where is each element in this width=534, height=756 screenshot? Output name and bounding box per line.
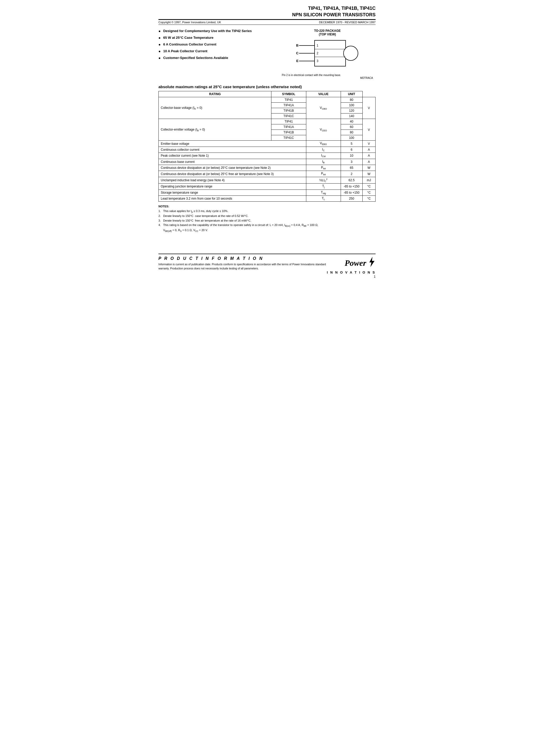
revised-text: DECEMBER 1970 - REVISED MARCH 1997 <box>319 21 376 24</box>
page-number: 1 <box>374 275 376 279</box>
notes-title: NOTES: <box>158 205 169 208</box>
svg-text:3: 3 <box>317 59 318 63</box>
col-symbol: SYMBOL <box>271 91 306 97</box>
package-svg: B 1 C 2 E 3 <box>294 38 361 71</box>
svg-point-1 <box>343 46 358 61</box>
product-info-title: P R O D U C T I N F O R M A T I O N <box>158 256 327 261</box>
svg-text:B: B <box>296 43 298 47</box>
feature-item-4: 10 A Peak Collector Current <box>158 49 274 53</box>
feature-item-1: Designed for Complementary Use with the … <box>158 29 274 33</box>
note-2: 2. Derate linearly to 150°C case tempera… <box>158 214 376 219</box>
header-right: TIP41, TIP41A, TIP41B, TIP41C NPN SILICO… <box>158 5 376 18</box>
rating-vcbo: Collector-base voltage (IE = 0) <box>159 97 271 119</box>
table-row: Continuous device dissipation at (or bel… <box>159 165 376 171</box>
table-row: Operating junction temperature range Tj … <box>159 184 376 190</box>
col-value: VALUE <box>306 91 341 97</box>
feature-item-3: 6 A Continuous Collector Current <box>158 42 274 46</box>
note-4: 4. This rating is based on the capabilit… <box>158 223 376 233</box>
table-row: Unclamped inductive load energy (see Not… <box>159 177 376 183</box>
lightning-bolt-icon <box>367 256 376 270</box>
svg-text:2: 2 <box>317 51 318 55</box>
rating-vceo: Collector-emitter voltage (IB = 0) <box>159 119 271 141</box>
table-row: Collector-emitter voltage (IB = 0) TIP41… <box>159 119 376 124</box>
logo-innovations-text: I N N O V A T I O N S <box>327 270 376 274</box>
note-1: 1. This value applies for tp ≤ 0.3 ms, d… <box>158 209 376 214</box>
feature-item-2: 65 W at 25°C Case Temperature <box>158 36 274 40</box>
table-row: Emitter-base voltage VEBO 5 V <box>159 141 376 147</box>
copyright-bar: Copyright © 1997, Power Innovations Limi… <box>158 19 376 25</box>
table-row: Collector-base voltage (IE = 0) TIP41 VC… <box>159 97 376 103</box>
table-row: Peak collector current (see Note 1) ICM … <box>159 153 376 159</box>
svg-marker-13 <box>369 257 375 267</box>
svg-text:E: E <box>296 59 299 63</box>
ratings-section-title: absolute maximum ratings at 25°C case te… <box>158 85 376 89</box>
feature-item-5: Customer-Specified Selections Available <box>158 56 274 60</box>
svg-text:C: C <box>296 51 299 55</box>
ratings-table: RATING SYMBOL VALUE UNIT Collector-base … <box>158 91 376 202</box>
table-row: Continuous base current IB 3 A <box>159 159 376 165</box>
title-line2: NPN SILICON POWER TRANSISTORS <box>158 12 376 18</box>
notes-section: NOTES: 1. This value applies for tp ≤ 0.… <box>158 204 376 233</box>
package-title: TO-220 PACKAGE (TOP VIEW) <box>279 29 376 36</box>
table-row: Continuous collector current IC 6 A <box>159 147 376 152</box>
footer-bar: P R O D U C T I N F O R M A T I O N Info… <box>158 254 376 274</box>
svg-rect-0 <box>314 40 346 66</box>
product-info-left: P R O D U C T I N F O R M A T I O N Info… <box>158 256 327 271</box>
copyright-text: Copyright © 1997, Power Innovations Limi… <box>158 21 221 24</box>
svg-text:1: 1 <box>317 44 318 47</box>
note-3: 3. Derate linearly to 150°C free air tem… <box>158 219 376 223</box>
table-row: Lead temperature 3.2 mm from case for 10… <box>159 196 376 202</box>
title-line1: TIP41, TIP41A, TIP41B, TIP41C <box>158 5 376 12</box>
col-rating: RATING <box>159 91 271 97</box>
pin-note: Pin 2 is in electrical contact with the … <box>279 74 376 76</box>
table-row: Storage temperature range Tstg -65 to +1… <box>159 190 376 196</box>
table-row: Continuous device dissipation at (or bel… <box>159 171 376 177</box>
product-info-text: Information is current as of publication… <box>158 262 327 271</box>
package-diagram: TO-220 PACKAGE (TOP VIEW) B 1 C 2 E 3 Pi… <box>279 29 376 79</box>
logo-power-text: Power <box>345 258 366 268</box>
power-logo: Power I N N O V A T I O N S <box>327 256 376 274</box>
features-list: Designed for Complementary Use with the … <box>158 29 274 79</box>
col-unit: UNIT <box>341 91 362 97</box>
mdtraca: MDTRACA <box>279 76 376 79</box>
